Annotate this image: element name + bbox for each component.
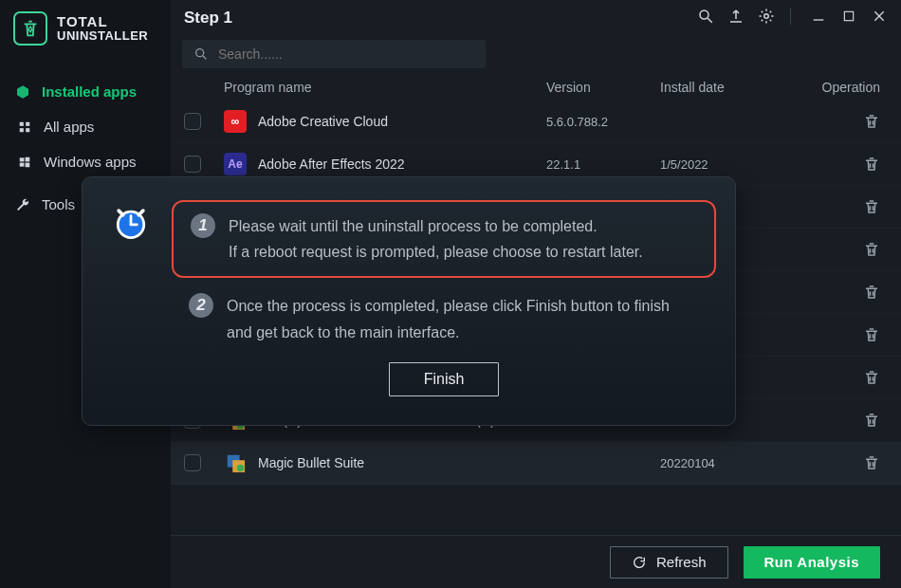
program-version: 22.1.1 bbox=[546, 157, 660, 172]
delete-button[interactable] bbox=[802, 156, 888, 173]
trash-icon bbox=[863, 326, 880, 343]
minimize-icon[interactable] bbox=[808, 6, 829, 27]
install-date: 1/5/2022 bbox=[660, 157, 802, 172]
step-title: Step 1 bbox=[184, 9, 232, 28]
svg-point-10 bbox=[764, 14, 769, 19]
refresh-icon bbox=[632, 555, 647, 570]
titlebar: Step 1 bbox=[171, 0, 901, 32]
step2-text: Once the process is completed, please cl… bbox=[227, 293, 699, 344]
col-version: Version bbox=[546, 80, 660, 95]
step-number-1: 1 bbox=[191, 213, 215, 238]
col-operation: Operation bbox=[802, 80, 888, 95]
step1-line1: Please wait until the uninstall process … bbox=[229, 213, 643, 239]
delete-button[interactable] bbox=[802, 113, 888, 130]
svg-rect-4 bbox=[20, 157, 25, 161]
program-name: Magic Bullet Suite bbox=[258, 455, 364, 470]
step1-line2: If a reboot request is prompted, please … bbox=[229, 239, 643, 265]
upload-icon[interactable] bbox=[726, 6, 746, 27]
finish-label: Finish bbox=[424, 371, 465, 388]
table-row[interactable]: Magic Bullet Suite20220104 bbox=[171, 442, 901, 485]
row-checkbox[interactable] bbox=[184, 113, 201, 130]
gear-icon[interactable] bbox=[756, 6, 777, 27]
run-label: Run Analysis bbox=[764, 554, 859, 570]
svg-line-16 bbox=[203, 56, 206, 59]
program-name: Adobe After Effects 2022 bbox=[258, 156, 405, 172]
brand-bottom: UNINSTALLER bbox=[57, 29, 148, 43]
delete-button[interactable] bbox=[802, 198, 888, 215]
program-name: Adobe Creative Cloud bbox=[258, 114, 388, 129]
delete-button[interactable] bbox=[802, 454, 888, 471]
table-row[interactable]: ∞Adobe Creative Cloud5.6.0.788.2 bbox=[171, 101, 901, 143]
trash-icon bbox=[863, 454, 880, 471]
instruction-step-2: 2 Once the process is completed, please … bbox=[172, 278, 716, 344]
sidebar-label: All apps bbox=[44, 119, 94, 135]
app-logo: TOTAL UNINSTALLER bbox=[0, 0, 171, 57]
col-date: Install date bbox=[660, 80, 802, 95]
finish-button[interactable]: Finish bbox=[389, 362, 500, 396]
trash-icon bbox=[863, 198, 880, 215]
app-icon bbox=[224, 451, 247, 474]
maximize-icon[interactable] bbox=[838, 6, 859, 27]
delete-button[interactable] bbox=[802, 326, 888, 343]
trash-icon bbox=[863, 412, 880, 429]
delete-button[interactable] bbox=[802, 369, 888, 386]
uninstall-progress-dialog: 1 Please wait until the uninstall proces… bbox=[82, 176, 736, 426]
refresh-label: Refresh bbox=[656, 554, 707, 570]
svg-point-15 bbox=[196, 49, 204, 57]
search-icon bbox=[193, 46, 209, 62]
titlebar-separator bbox=[790, 8, 791, 25]
sidebar-item-windows-apps[interactable]: Windows apps bbox=[0, 144, 171, 179]
svg-rect-2 bbox=[20, 128, 24, 132]
clock-icon bbox=[109, 200, 153, 244]
trash-icon bbox=[863, 369, 880, 386]
recycle-bin-icon bbox=[13, 11, 47, 46]
grid-icon bbox=[17, 119, 32, 135]
close-icon[interactable] bbox=[869, 6, 890, 27]
app-icon: Ae bbox=[224, 153, 247, 175]
svg-rect-7 bbox=[26, 162, 30, 167]
sidebar-label: Installed apps bbox=[42, 83, 137, 100]
svg-rect-3 bbox=[26, 128, 29, 132]
app-icon: ∞ bbox=[224, 110, 247, 133]
svg-line-9 bbox=[708, 18, 712, 23]
svg-rect-6 bbox=[20, 162, 25, 166]
trash-icon bbox=[863, 156, 880, 173]
row-checkbox[interactable] bbox=[184, 156, 201, 173]
svg-rect-12 bbox=[844, 11, 853, 20]
footer-bar: Refresh Run Analysis bbox=[171, 535, 901, 588]
sidebar-label: Tools bbox=[42, 196, 75, 212]
cube-icon bbox=[15, 84, 30, 100]
sidebar-item-installed-apps[interactable]: Installed apps bbox=[0, 74, 171, 109]
sidebar-item-all-apps[interactable]: All apps bbox=[0, 109, 171, 144]
row-checkbox[interactable] bbox=[184, 454, 201, 471]
table-header: Program name Version Install date Operat… bbox=[171, 74, 901, 101]
program-version: 5.6.0.788.2 bbox=[546, 115, 660, 129]
brand-top: TOTAL bbox=[57, 14, 148, 29]
step-number-2: 2 bbox=[189, 293, 213, 318]
windows-icon bbox=[17, 155, 32, 170]
trash-icon bbox=[863, 113, 880, 130]
search-bar[interactable] bbox=[182, 40, 486, 68]
svg-point-8 bbox=[700, 10, 708, 19]
delete-button[interactable] bbox=[802, 412, 888, 429]
svg-rect-0 bbox=[20, 121, 24, 125]
delete-button[interactable] bbox=[802, 241, 888, 258]
wrench-icon bbox=[15, 197, 30, 212]
trash-icon bbox=[863, 241, 880, 258]
run-analysis-button[interactable]: Run Analysis bbox=[744, 546, 880, 579]
svg-rect-1 bbox=[26, 121, 29, 125]
svg-point-22 bbox=[237, 465, 244, 471]
refresh-button[interactable]: Refresh bbox=[610, 546, 728, 579]
trash-icon bbox=[863, 284, 880, 301]
search-input[interactable] bbox=[218, 46, 474, 62]
delete-button[interactable] bbox=[802, 284, 888, 301]
search-icon[interactable] bbox=[695, 6, 716, 27]
sidebar-label: Windows apps bbox=[44, 154, 137, 170]
instruction-step-1: 1 Please wait until the uninstall proces… bbox=[172, 200, 716, 278]
install-date: 20220104 bbox=[660, 456, 802, 470]
col-name: Program name bbox=[222, 80, 546, 95]
svg-rect-5 bbox=[26, 156, 30, 161]
